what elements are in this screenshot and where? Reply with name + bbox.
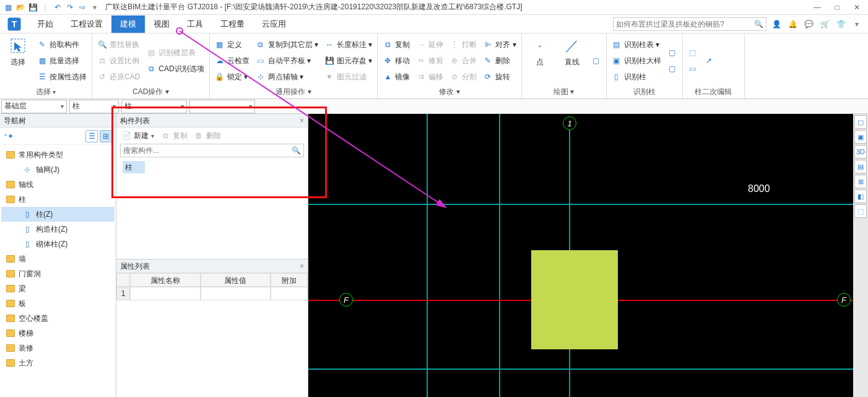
app-logo-icon[interactable]: T	[0, 15, 28, 33]
tab-quantity[interactable]: 工程量	[212, 15, 253, 33]
maximize-icon[interactable]: □	[828, 1, 846, 14]
select-button[interactable]: 选择	[5, 36, 31, 85]
nav-node-轴网(J)[interactable]: ⊹轴网(J)	[1, 162, 115, 177]
delete-button[interactable]: ✎删除	[483, 54, 516, 68]
complist-search-input[interactable]	[123, 146, 292, 155]
move-button[interactable]: ✥移动	[383, 54, 410, 68]
nav-node-常用构件类型[interactable]: 常用构件类型	[1, 147, 115, 162]
tab-cloud[interactable]: 云应用	[253, 15, 295, 33]
dropdown-icon[interactable]: ▾	[89, 2, 100, 13]
group-label-modify[interactable]: 修改 ▾	[383, 85, 516, 97]
help-search-input[interactable]	[616, 20, 754, 28]
chat-icon[interactable]: 💬	[802, 18, 815, 30]
nav-node-砌体柱(Z)[interactable]: ▯砌体柱(Z)	[1, 237, 115, 251]
nav-node-板[interactable]: 板	[1, 296, 115, 311]
nav-node-墙[interactable]: 墙	[1, 251, 115, 266]
col-edit-1-icon[interactable]: ⬚	[688, 46, 698, 59]
redo-icon[interactable]: ↷	[64, 2, 76, 13]
pick-component-button[interactable]: ✎拾取构件	[37, 38, 87, 51]
group-label-select[interactable]: 选择	[5, 85, 87, 97]
open-file-icon[interactable]: 📂	[15, 2, 26, 13]
view-tool-5-icon[interactable]: ⊞	[854, 175, 867, 188]
nav-node-装修[interactable]: 装修	[1, 341, 115, 356]
category-selector-2[interactable]: 柱	[121, 100, 187, 113]
tab-project-settings[interactable]: 工程设置	[62, 15, 111, 33]
undo-icon[interactable]: ↶	[52, 2, 63, 13]
close-icon[interactable]: ✕	[848, 1, 866, 14]
view-tool-6-icon[interactable]: ◧	[854, 190, 867, 203]
batch-select-button[interactable]: ▦批量选择	[37, 54, 87, 68]
group-label-draw[interactable]: 绘图 ▾	[527, 85, 601, 97]
complist-new-button[interactable]: 📄新建	[121, 129, 154, 142]
restore-cad-button[interactable]: ↺还原CAD	[97, 70, 140, 84]
copy-to-floor-button[interactable]: ⧉复制到其它层 ▾	[256, 38, 318, 51]
complist-item-column[interactable]: 柱	[123, 161, 145, 173]
view-tool-7-icon[interactable]: ⬚	[854, 204, 867, 218]
nav-view-list-icon[interactable]: ☰	[85, 130, 98, 142]
extend-button[interactable]: →延伸	[416, 38, 443, 51]
view-tool-3-icon[interactable]: 3D	[854, 145, 867, 159]
offset-button[interactable]: ⇉偏移	[416, 70, 443, 84]
align-button[interactable]: ⊫对齐 ▾	[483, 38, 516, 51]
tab-tools[interactable]: 工具	[178, 15, 212, 33]
split-button[interactable]: ⊘分割	[449, 70, 477, 84]
prop-row-1-value[interactable]	[201, 287, 271, 300]
nav-add-icon[interactable]: ⁺✦	[4, 132, 14, 141]
prop-row-1-extra[interactable]	[271, 287, 308, 300]
nav-node-土方[interactable]: 土方	[1, 356, 115, 370]
nav-node-门窗洞[interactable]: 门窗洞	[1, 266, 115, 281]
copy-button[interactable]: ⧉复制	[383, 38, 410, 51]
draw-extra-icon[interactable]: ▢	[591, 54, 601, 68]
view-tool-2-icon[interactable]: ▣	[854, 130, 867, 144]
nav-view-tree-icon[interactable]: ⊞	[100, 130, 112, 142]
trim-button[interactable]: ✂修剪	[416, 54, 443, 68]
nav-node-柱(Z)[interactable]: ▯柱(Z)	[1, 207, 115, 222]
export-icon[interactable]: ⇨	[77, 2, 88, 13]
tab-modeling[interactable]: 建模	[111, 15, 145, 33]
lock-button[interactable]: 🔒锁定 ▾	[215, 70, 250, 84]
identify-extra2-icon[interactable]: ▢	[667, 62, 677, 76]
search-icon[interactable]: 🔍	[754, 20, 763, 28]
category-selector-1[interactable]: 柱	[69, 100, 119, 113]
complist-close-icon[interactable]: ×	[300, 114, 304, 128]
cad-identify-options-button[interactable]: ⧉CAD识别选项	[146, 62, 204, 76]
col-edit-2-icon[interactable]: ▭	[688, 62, 698, 76]
nav-node-构造柱(Z)[interactable]: ▯构造柱(Z)	[1, 222, 115, 237]
view-tool-4-icon[interactable]: ▤	[854, 160, 867, 173]
new-file-icon[interactable]: ▦	[2, 2, 14, 13]
proplist-close-icon[interactable]: ×	[300, 260, 304, 273]
complist-copy-button[interactable]: ⧉复制	[160, 129, 188, 142]
complist-delete-button[interactable]: 🗑删除	[194, 129, 221, 142]
group-label-cad[interactable]: CAD操作 ▾	[97, 85, 204, 97]
identify-column-table-button[interactable]: ▤识别柱表 ▾	[612, 38, 661, 51]
search-icon[interactable]: 🔍	[292, 146, 301, 155]
drawing-canvas[interactable]: 1 F F 8000 ▢ ▣ 3D ▤ ⊞ ◧ ⬚	[308, 114, 868, 397]
identify-column-button[interactable]: ▯识别柱	[612, 70, 661, 84]
nav-node-楼梯[interactable]: 楼梯	[1, 326, 115, 341]
view-tool-1-icon[interactable]: ▢	[854, 115, 867, 129]
point-button[interactable]: ·点	[527, 36, 553, 85]
complist-search[interactable]: 🔍	[120, 144, 304, 157]
user-icon[interactable]: 👤	[770, 18, 783, 30]
element-filter-button[interactable]: ▼图元过滤	[324, 70, 372, 84]
nav-node-梁[interactable]: 梁	[1, 281, 115, 296]
find-replace-button[interactable]: 🔍查找替换	[97, 38, 140, 51]
help-search[interactable]: 🔍	[613, 17, 766, 31]
minimize-icon[interactable]: —	[809, 1, 826, 14]
break-button[interactable]: ⋮打断	[449, 38, 477, 51]
nav-node-轴线[interactable]: 轴线	[1, 177, 115, 192]
floor-selector[interactable]: 基础层	[1, 100, 67, 113]
mirror-button[interactable]: ▲镜像	[383, 70, 410, 84]
save-icon[interactable]: 💾	[27, 2, 38, 13]
nav-node-柱[interactable]: 柱	[1, 192, 115, 207]
cloud-check-button[interactable]: ☁云检查	[215, 54, 250, 68]
define-button[interactable]: ▦定义	[215, 38, 250, 51]
save-element-button[interactable]: 💾图元存盘 ▾	[324, 54, 372, 68]
column-element[interactable]	[531, 250, 618, 349]
col-edit-3-icon[interactable]: ↗	[704, 54, 714, 68]
auto-align-slab-button[interactable]: ▭自动平齐板 ▾	[256, 54, 318, 68]
dimension-button[interactable]: ↔长度标注 ▾	[324, 38, 372, 51]
identify-column-detail-button[interactable]: ▣识别柱大样	[612, 54, 661, 68]
line-button[interactable]: ／直线	[559, 36, 585, 85]
identify-extra1-icon[interactable]: ▢	[667, 46, 677, 59]
